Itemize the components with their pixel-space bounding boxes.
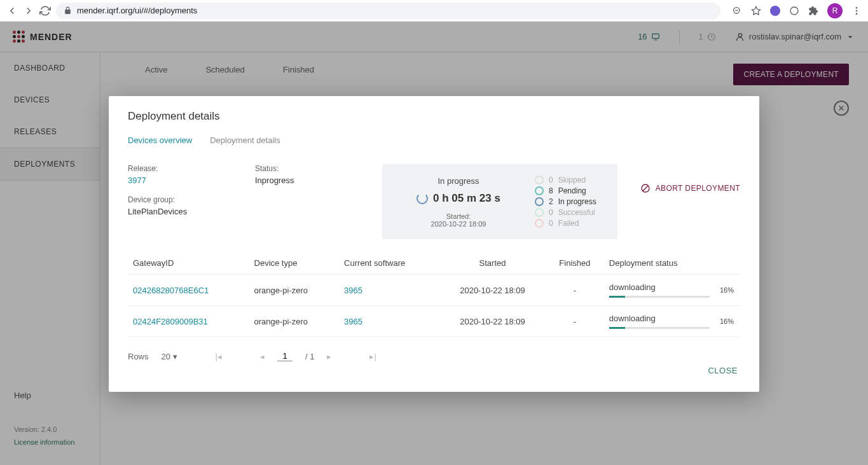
ext-icon-1[interactable] bbox=[770, 6, 780, 16]
cell-started: 2020-10-22 18:09 bbox=[439, 275, 546, 306]
tab-devices-overview[interactable]: Devices overview bbox=[128, 135, 192, 149]
browser-toolbar: mender.iqrf.org/ui/#/deployments R bbox=[0, 0, 868, 22]
chrome-icons: R bbox=[732, 3, 862, 18]
star-icon[interactable] bbox=[751, 6, 761, 16]
back-button[interactable] bbox=[6, 5, 18, 17]
page-total: / 1 bbox=[305, 352, 314, 361]
progress-label: In progress bbox=[382, 176, 535, 186]
svg-point-5 bbox=[856, 10, 858, 11]
page-last-button[interactable]: ▸| bbox=[369, 352, 376, 361]
release-value[interactable]: 3977 bbox=[128, 176, 242, 185]
lock-icon bbox=[64, 6, 72, 15]
cell-type: orange-pi-zero bbox=[249, 306, 340, 337]
rows-per-page[interactable]: 20 ▾ bbox=[162, 352, 177, 361]
cell-finished: - bbox=[546, 275, 604, 306]
started-label: Started: bbox=[382, 212, 535, 220]
abort-deployment-button[interactable]: ABORT DEPLOYMENT bbox=[640, 183, 740, 193]
abort-icon bbox=[640, 183, 651, 193]
cell-sw[interactable]: 3965 bbox=[339, 275, 439, 306]
page-input[interactable] bbox=[277, 351, 293, 361]
col-sw[interactable]: Current software bbox=[339, 252, 439, 275]
col-type[interactable]: Device type bbox=[249, 252, 340, 275]
forward-button[interactable] bbox=[23, 5, 34, 17]
menu-icon[interactable] bbox=[851, 6, 862, 16]
profile-avatar[interactable]: R bbox=[827, 3, 843, 18]
group-label: Device group: bbox=[128, 195, 242, 204]
stat-successful: 0Successful bbox=[535, 208, 617, 217]
page-first-button[interactable]: |◂ bbox=[216, 352, 222, 361]
page-next-button[interactable]: ▸ bbox=[327, 352, 331, 361]
cell-sw[interactable]: 3965 bbox=[339, 306, 439, 337]
svg-marker-2 bbox=[752, 6, 760, 15]
zoom-icon[interactable] bbox=[732, 6, 742, 16]
table-row[interactable]: 02424F2809009B31orange-pi-zero39652020-1… bbox=[128, 306, 740, 337]
col-finished[interactable]: Finished bbox=[546, 252, 604, 275]
stat-skipped: 0Skipped bbox=[535, 176, 617, 184]
modal-title: Deployment details bbox=[128, 110, 740, 123]
stat-failed: 0Failed bbox=[535, 219, 617, 228]
col-started[interactable]: Started bbox=[439, 252, 546, 275]
cell-gateway[interactable]: 02424F2809009B31 bbox=[128, 306, 249, 337]
page-prev-button[interactable]: ◂ bbox=[260, 352, 265, 361]
group-value: LitePlanDevices bbox=[128, 207, 242, 216]
cell-status: downloading bbox=[604, 306, 715, 337]
status-value: Inprogress bbox=[255, 176, 369, 185]
cell-status: downloading bbox=[604, 275, 715, 306]
status-label: Status: bbox=[255, 164, 369, 173]
deployment-details-modal: Deployment details Devices overview Depl… bbox=[109, 96, 759, 392]
close-button[interactable]: CLOSE bbox=[705, 363, 740, 378]
release-label: Release: bbox=[128, 164, 242, 173]
stat-pending: 8Pending bbox=[535, 186, 617, 195]
cell-pct: 16% bbox=[715, 275, 740, 306]
rows-label: Rows bbox=[128, 352, 149, 361]
started-value: 2020-10-22 18:09 bbox=[382, 220, 535, 228]
ext-icon-2[interactable] bbox=[789, 6, 799, 16]
url-text: mender.iqrf.org/ui/#/deployments bbox=[77, 6, 197, 15]
cell-type: orange-pi-zero bbox=[249, 275, 340, 306]
svg-line-13 bbox=[643, 186, 648, 191]
cell-started: 2020-10-22 18:09 bbox=[439, 306, 546, 337]
table-row[interactable]: 024268280768E6C1orange-pi-zero39652020-1… bbox=[128, 275, 740, 306]
reload-button[interactable] bbox=[39, 5, 51, 17]
pagination: Rows 20 ▾ |◂ ◂ / 1 ▸ ▸| bbox=[128, 351, 740, 361]
col-status[interactable]: Deployment status bbox=[604, 252, 715, 275]
cell-finished: - bbox=[546, 306, 604, 337]
svg-point-6 bbox=[856, 13, 858, 15]
spinner-icon bbox=[417, 193, 428, 204]
tab-deployment-details[interactable]: Deployment details bbox=[210, 135, 280, 149]
col-gateway[interactable]: GatewayID bbox=[128, 252, 249, 275]
stat-inprogress: 2In progress bbox=[535, 197, 617, 206]
cell-pct: 16% bbox=[715, 306, 740, 337]
svg-point-4 bbox=[856, 7, 858, 9]
extensions-icon[interactable] bbox=[808, 6, 818, 16]
svg-point-3 bbox=[790, 7, 798, 15]
address-bar[interactable]: mender.iqrf.org/ui/#/deployments bbox=[56, 3, 720, 19]
devices-table: GatewayID Device type Current software S… bbox=[128, 252, 740, 337]
progress-box: In progress 0 h 05 m 23 s Started: 2020-… bbox=[382, 164, 617, 239]
cell-gateway[interactable]: 024268280768E6C1 bbox=[128, 275, 249, 306]
elapsed-time: 0 h 05 m 23 s bbox=[433, 192, 500, 205]
